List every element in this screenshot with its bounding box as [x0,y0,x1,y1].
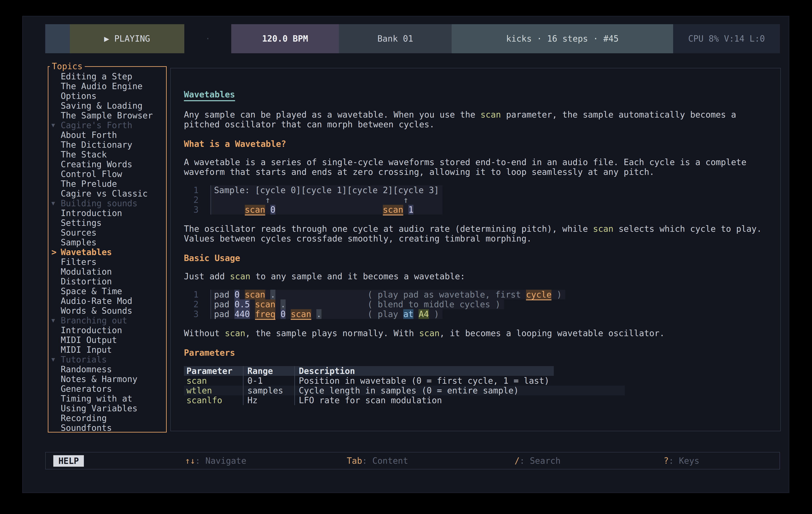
sidebar-item-label: Words & Sounds [61,306,132,315]
sidebar-item-the-sample-browser[interactable]: The Sample Browser [49,111,166,120]
table-cell-desc: Position in wavetable (0 = first cycle, … [294,376,554,386]
help-mode-badge: HELP [53,455,84,467]
transport-status[interactable]: ▶ PLAYING [70,24,184,53]
column-header: Description [294,366,554,376]
sidebar-item-label: Space & Time [61,286,122,296]
line-number: 3 [184,205,211,215]
sidebar-item-the-audio-engine[interactable]: The Audio Engine [49,81,166,91]
sidebar-item-notes-harmony[interactable]: Notes & Harmony [49,374,166,384]
usage-paragraph: Just add scan to any sample and it becom… [184,271,772,281]
line-number: 1 [184,290,211,299]
selected-arrow-icon: > [51,247,57,257]
hint-label: : Search [520,456,560,465]
code-line: 2 ↑ ↑ [184,195,772,205]
code-token-val: 0 [270,205,276,215]
bank-display[interactable]: Bank 01 [339,24,452,53]
help-content: Wavetables Any sample can be played as a… [171,68,780,405]
sidebar-item-wavetables[interactable]: >Wavetables [49,247,166,257]
sidebar-item-generators[interactable]: Generators [49,384,166,394]
sidebar-item-space-time[interactable]: Space & Time [49,286,166,296]
sidebar-item-label: Audio-Rate Mod [61,296,132,306]
code-token-kw: cycle [526,290,551,300]
sidebar-item-label: The Sample Browser [61,111,153,120]
column-header: Range [243,366,294,376]
text-line: waveform that starts and ends at zero cr… [184,167,772,177]
sidebar-section-branching-out[interactable]: ▼Branching out [49,315,166,325]
table-row: scan0-1Position in wavetable (0 = first … [184,376,554,386]
table-cell-range: samples [243,386,294,395]
sidebar-item-timing-with-at[interactable]: Timing with at [49,394,166,403]
code-token-cmt: ) [551,290,562,299]
sidebar-section-tutorials[interactable]: ▼Tutorials [49,355,166,364]
hint-label: : Navigate [195,456,246,465]
sidebar-item-the-dictionary[interactable]: The Dictionary [49,140,166,150]
sidebar-item-control-flow[interactable]: Control Flow [49,169,166,179]
sidebar-item-modulation[interactable]: Modulation [49,267,166,276]
hint-key: Tab [347,456,362,465]
sidebar-item-label: Samples [61,238,97,247]
sidebar-item-recording[interactable]: Recording [49,413,166,423]
sidebar-item-midi-input[interactable]: MIDI Input [49,345,166,355]
app-window: ▶ PLAYING · 120.0 BPM Bank 01 kicks · 16… [22,16,789,493]
text-line: Any sample can be played as a wavetable.… [184,110,772,119]
sidebar-item-audio-rate-mod[interactable]: Audio-Rate Mod [49,296,166,306]
sidebar-item-randomness[interactable]: Randomness [49,364,166,374]
hint-key: ↑↓ [185,456,195,465]
sidebar-item-filters[interactable]: Filters [49,257,166,267]
column-header: Parameter [184,366,243,376]
table-cell-range: Hz [243,395,294,405]
sidebar-item-words-sounds[interactable]: Words & Sounds [49,306,166,315]
sidebar-item-soundfonts[interactable]: Soundfonts [49,423,166,433]
sidebar-item-creating-words[interactable]: Creating Words [49,159,166,169]
sidebar-item-about-forth[interactable]: About Forth [49,130,166,140]
help-content-panel[interactable]: Wavetables Any sample can be played as a… [170,68,781,431]
code-token-dot: . [270,290,276,299]
sidebar-section-building-sounds[interactable]: ▼Building sounds [49,199,166,208]
sidebar-item-label: Filters [61,257,97,267]
oscillator-paragraph: The oscillator reads through one cycle a… [184,224,772,243]
topics-panel: Topics Editing a StepThe Audio EngineOpt… [48,66,167,432]
page-title: Wavetables [184,90,235,101]
code-token-dot: . [281,299,286,309]
sidebar-item-settings[interactable]: Settings [49,218,166,228]
hint-key: ? [664,456,669,465]
code-line: 2pad 0.5 scan . ( blend to middle cycles… [184,299,772,309]
sidebar-item-label: Cagire vs Classic [61,189,148,199]
sidebar-item-midi-output[interactable]: MIDI Output [49,335,166,345]
code-token-val: 1 [408,205,413,215]
sidebar-item-label: Control Flow [61,169,122,179]
parameters-table: ParameterRangeDescriptionscan0-1Position… [184,366,554,405]
sidebar-item-introduction[interactable]: Introduction [49,325,166,335]
sidebar-item-label: Recording [61,413,107,423]
text-line: The oscillator reads through one cycle a… [184,224,772,234]
code-token-green: scan [593,224,613,234]
pattern-display[interactable]: kicks · 16 steps · #45 [452,24,673,53]
sidebar-item-label: MIDI Output [61,335,117,345]
sidebar-item-saving-loading[interactable]: Saving & Loading [49,101,166,111]
table-cell-range: 0-1 [243,376,294,386]
sidebar-item-cagire-vs-classic[interactable]: Cagire vs Classic [49,189,166,199]
collapse-triangle-icon: ▼ [51,199,55,208]
sidebar-item-using-variables[interactable]: Using Variables [49,403,166,413]
sidebar-item-the-prelude[interactable]: The Prelude [49,179,166,189]
sidebar-item-options[interactable]: Options [49,91,166,101]
section-heading-parameters: Parameters [184,348,772,358]
bpm-display[interactable]: 120.0 BPM [231,24,339,53]
sidebar-item-label: Modulation [61,267,112,276]
sidebar-item-introduction[interactable]: Introduction [49,208,166,218]
sidebar-item-distortion[interactable]: Distortion [49,276,166,286]
sidebar-item-label: Options [61,91,97,101]
table-row: wtlensamplesCycle length in samples (0 =… [184,386,625,395]
sidebar-item-editing-a-step[interactable]: Editing a Step [49,71,166,81]
sidebar-section-cagire-s-forth[interactable]: ▼Cagire's Forth [49,120,166,130]
sidebar-item-label: Building sounds [61,199,137,208]
code-token-green: scan [230,271,250,281]
code-token-arrow: ↑ [403,195,408,205]
sidebar-item-the-stack[interactable]: The Stack [49,150,166,159]
code-line: 3 scan 0 scan 1 [184,205,772,215]
collapse-triangle-icon: ▼ [51,120,55,130]
sidebar-item-label: Using Variables [61,403,137,413]
sidebar-item-sources[interactable]: Sources [49,228,166,238]
sidebar-item-label: Branching out [61,315,127,325]
sidebar-item-samples[interactable]: Samples [49,238,166,247]
